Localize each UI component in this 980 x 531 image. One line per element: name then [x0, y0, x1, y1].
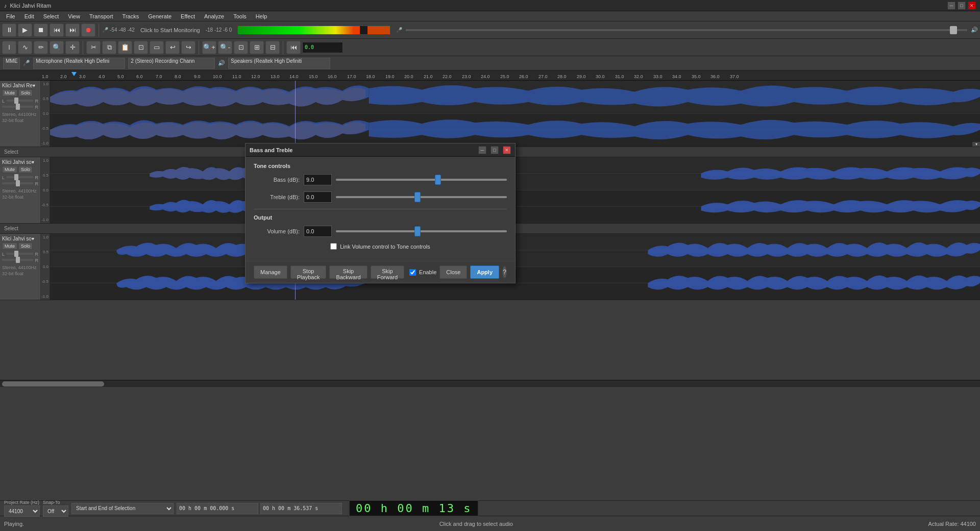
trim-btn[interactable]: ⊡	[134, 41, 148, 54]
selection-type-select[interactable]: Start and End of Selection	[71, 503, 174, 514]
help-button[interactable]: ?	[502, 266, 507, 278]
menu-file[interactable]: File	[2, 12, 19, 20]
menu-edit[interactable]: Edit	[20, 12, 38, 20]
menu-view[interactable]: View	[64, 12, 84, 20]
dialog-titlebar: Bass and Treble ─ □ ✕	[246, 143, 515, 157]
treble-slider-track[interactable]	[336, 196, 507, 198]
menu-generate[interactable]: Generate	[144, 12, 176, 20]
volume-slider-thumb[interactable]	[414, 226, 421, 236]
track-solo-1[interactable]: Solo	[18, 89, 33, 96]
channels-select[interactable]: 2 (Stereo) Recording Chann	[128, 58, 215, 69]
time-end-input[interactable]	[260, 503, 342, 514]
stop-button[interactable]: ⏹	[34, 23, 48, 37]
track-name-3[interactable]: Klici Jahvi so▾	[2, 236, 38, 242]
zoom-fit-btn[interactable]: ⊞	[250, 41, 264, 54]
volume-input[interactable]	[304, 226, 332, 237]
scrollbar-thumb[interactable]	[2, 381, 104, 387]
select-label-1[interactable]: Select	[4, 149, 18, 155]
stop-playback-button[interactable]: Stop Playback	[290, 266, 327, 279]
host-select[interactable]: MME	[3, 58, 20, 69]
track-name-1[interactable]: Klici Jahvi Re▾	[2, 83, 38, 88]
multitool[interactable]: ✛	[65, 41, 80, 54]
track-pan-slider-3[interactable]	[2, 259, 33, 261]
cut-btn[interactable]: ✂	[86, 41, 101, 54]
snap-to-select[interactable]: Off	[43, 505, 68, 517]
menu-tracks[interactable]: Tracks	[118, 12, 143, 20]
manage-button[interactable]: Manage	[254, 266, 287, 279]
bass-slider-track[interactable]	[336, 179, 507, 181]
record-button[interactable]: ⏺	[81, 23, 95, 37]
silence-btn[interactable]: ▭	[150, 41, 164, 54]
zoom-tool[interactable]: 🔍	[50, 41, 64, 54]
dialog-close-button[interactable]: ✕	[503, 146, 511, 154]
select-label-2[interactable]: Select	[4, 226, 18, 231]
timeline-ruler: 1.0 2.0 3.0 4.0 5.0 6.0 7.0 8.0 9.0 10.0…	[0, 70, 980, 81]
link-checkbox[interactable]	[330, 243, 337, 250]
skip-forward-button[interactable]: Skip Forward	[371, 266, 404, 279]
track-gain-3[interactable]	[7, 253, 33, 255]
input-meter-label: 🎤	[102, 27, 108, 33]
minimize-button[interactable]: ─	[947, 2, 955, 10]
device-bar: MME 🎤 Microphone (Realtek High Defini 2 …	[0, 56, 980, 70]
play-button[interactable]: ▶	[18, 23, 32, 37]
click-monitor-button[interactable]: Click to Start Monitoring	[136, 27, 204, 33]
h-scrollbar[interactable]	[0, 380, 980, 387]
close-button-dialog[interactable]: Close	[439, 266, 467, 279]
track-gain-1[interactable]	[7, 100, 33, 102]
selection-tool[interactable]: I	[2, 41, 16, 54]
track-pan-slider-2[interactable]	[2, 182, 33, 184]
undo-btn[interactable]: ↩	[165, 41, 180, 54]
track-pan-slider-1[interactable]	[2, 106, 33, 108]
menu-transport[interactable]: Transport	[85, 12, 117, 20]
menu-tools[interactable]: Tools	[229, 12, 251, 20]
menu-help[interactable]: Help	[252, 12, 272, 20]
track-gain-2[interactable]	[7, 176, 33, 178]
track-name-2[interactable]: Klici Jahvi so▾	[2, 159, 38, 165]
bass-row: Bass (dB):	[254, 174, 507, 185]
track-row-1: Klici Jahvi Re▾ Mute Solo L R R Stereo, …	[0, 81, 980, 147]
menu-effect[interactable]: Effect	[177, 12, 199, 20]
track-solo-2[interactable]: Solo	[18, 166, 33, 173]
zoom-fit2-btn[interactable]: ⊟	[265, 41, 280, 54]
close-button[interactable]: ✕	[968, 2, 976, 10]
bass-slider-thumb[interactable]	[435, 175, 441, 185]
track-solo-3[interactable]: Solo	[18, 243, 33, 250]
next-button[interactable]: ⏭	[65, 23, 80, 37]
time-start-input[interactable]	[177, 503, 258, 514]
pause-button[interactable]: ⏸	[2, 23, 16, 37]
dialog-maximize-button[interactable]: □	[491, 146, 499, 154]
track-mute-2[interactable]: Mute	[2, 166, 17, 173]
redo-btn[interactable]: ↪	[181, 41, 195, 54]
volume-slider-track[interactable]	[336, 230, 507, 232]
skip-start-btn[interactable]: ⏮	[286, 41, 301, 54]
prev-button[interactable]: ⏮	[50, 23, 64, 37]
paste-btn[interactable]: 📋	[118, 41, 132, 54]
track-mute-1[interactable]: Mute	[2, 89, 17, 96]
output-meter	[237, 26, 390, 35]
input-device-select[interactable]: Microphone (Realtek High Defini	[33, 58, 125, 69]
track-expand-1[interactable]: ▾	[972, 142, 980, 147]
menu-select[interactable]: Select	[39, 12, 63, 20]
menu-analyze[interactable]: Analyze	[200, 12, 228, 20]
treble-label: Treble (dB):	[254, 194, 300, 200]
draw-tool[interactable]: ✏	[34, 41, 48, 54]
skip-backward-button[interactable]: Skip Backward	[329, 266, 367, 279]
apply-button[interactable]: Apply	[470, 266, 499, 279]
zoom-out-btn[interactable]: 🔍-	[218, 41, 232, 54]
project-rate-select[interactable]: 44100	[4, 505, 40, 517]
zoom-in-btn[interactable]: 🔍+	[202, 41, 216, 54]
envelope-tool[interactable]: ∿	[18, 41, 32, 54]
enable-checkbox[interactable]	[409, 269, 416, 276]
bass-input[interactable]	[304, 174, 332, 185]
output-device-select[interactable]: Speakers (Realtek High Definiti	[228, 58, 330, 69]
track-waveform-1[interactable]	[50, 81, 980, 147]
copy-btn[interactable]: ⧉	[102, 41, 116, 54]
treble-input[interactable]	[304, 191, 332, 203]
zoom-sel-btn[interactable]: ⊡	[234, 41, 248, 54]
track-buttons-3: Mute Solo	[2, 243, 38, 250]
treble-slider-thumb[interactable]	[414, 192, 421, 202]
gain-slider[interactable]	[406, 29, 967, 31]
track-mute-3[interactable]: Mute	[2, 243, 17, 250]
dialog-minimize-button[interactable]: ─	[478, 146, 486, 154]
maximize-button[interactable]: □	[958, 2, 966, 10]
